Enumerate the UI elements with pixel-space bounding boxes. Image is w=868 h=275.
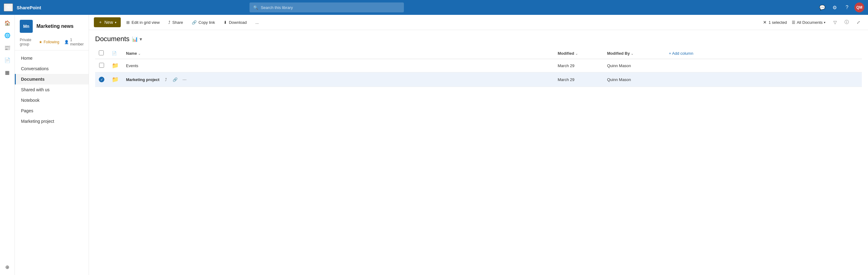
following-label[interactable]: ★ Following (39, 40, 59, 44)
rail-table-icon[interactable]: ▦ (2, 67, 13, 78)
name-sort-icon: ⌄ (138, 52, 141, 55)
file-name-wrapper: Events (126, 63, 550, 68)
checked-circle[interactable]: ✓ (99, 77, 104, 82)
app-layout: 🏠 🌐 📰 📄 ▦ ⊕ Mn Marketing news Private gr… (0, 15, 868, 275)
col-header-modified-by[interactable]: Modified By ⌄ (603, 48, 665, 59)
download-icon: ⬇ (223, 20, 227, 25)
search-input[interactable] (260, 5, 400, 10)
chat-button[interactable]: 💬 (817, 2, 827, 12)
link-icon: 🔗 (192, 20, 197, 25)
download-button[interactable]: ⬇ Download (220, 18, 250, 27)
toolbar: ＋ New ▾ ⊞ Edit in grid view ⤴ Share 🔗 Co… (89, 15, 868, 30)
site-header: Mn Marketing news (15, 15, 89, 36)
row-check-cell[interactable]: ✓ (95, 73, 108, 87)
row-name-cell[interactable]: Events (122, 59, 554, 73)
edit-grid-button[interactable]: ⊞ Edit in grid view (123, 18, 163, 27)
rail-news-icon[interactable]: 📰 (2, 42, 13, 53)
row-more-button[interactable]: ⋯ (180, 76, 188, 84)
folder-icon: 📁 (112, 76, 119, 83)
settings-button[interactable]: ⚙ (830, 2, 840, 12)
share-button[interactable]: ⤴ Share (165, 18, 186, 27)
toolbar-right: ✕ 1 selected ☰ All Documents ▾ ▽ ⓘ ⤢ (763, 18, 863, 27)
nav-item-shared[interactable]: Shared with us (15, 84, 89, 95)
add-column-button[interactable]: + Add column (669, 51, 693, 56)
site-title: Marketing news (36, 24, 73, 29)
row-copy-link-button[interactable]: 🔗 (171, 76, 179, 84)
new-chevron-icon: ▾ (115, 21, 116, 24)
table-row: 📁 Events March 29 Quinn Mason (95, 59, 862, 73)
table-header-row: 📄 Name ⌄ Modified ⌄ Modified By ⌄ (95, 48, 862, 59)
share-icon: ⤴ (168, 20, 170, 25)
nav-item-notebook[interactable]: Notebook (15, 95, 89, 106)
search-box[interactable]: 🔍 (249, 2, 404, 12)
private-group-label: Private group (20, 38, 34, 47)
file-type-icon: 📄 (112, 51, 117, 56)
row-modified-cell: March 29 (554, 73, 603, 87)
nav-item-pages[interactable]: Pages (15, 106, 89, 116)
waffle-button[interactable]: ⊞ (4, 3, 13, 11)
search-icon: 🔍 (253, 5, 258, 10)
select-all-header[interactable] (95, 48, 108, 59)
nav-item-marketing-project[interactable]: Marketing project (15, 116, 89, 127)
clear-selection-button[interactable]: ✕ (763, 20, 767, 25)
table-row: ✓ 📁 Marketing project ⤴ 🔗 ⋯ (95, 73, 862, 87)
rail-globe-icon[interactable]: 🌐 (2, 30, 13, 41)
site-meta: Private group ★ Following 👤 1 member (15, 36, 89, 50)
select-all-checkbox[interactable] (99, 50, 104, 55)
nav-item-home[interactable]: Home (15, 53, 89, 63)
col-header-icon: 📄 (108, 48, 122, 59)
row-actions: ⤴ 🔗 ⋯ (162, 76, 188, 84)
file-list: 📄 Name ⌄ Modified ⌄ Modified By ⌄ (95, 48, 862, 87)
row-modified-cell: March 29 (554, 59, 603, 73)
rail-home-icon[interactable]: 🏠 (2, 17, 13, 28)
main-content: ＋ New ▾ ⊞ Edit in grid view ⤴ Share 🔗 Co… (89, 15, 868, 275)
col-header-add[interactable]: + Add column (665, 48, 862, 59)
col-header-name[interactable]: Name ⌄ (122, 48, 554, 59)
grid-icon: ⊞ (126, 20, 130, 25)
folder-icon: 📁 (112, 62, 119, 69)
file-name-wrapper: Marketing project ⤴ 🔗 ⋯ (126, 76, 550, 84)
row-extra-cell (665, 59, 862, 73)
plus-icon: ＋ (98, 20, 102, 25)
sidebar: Mn Marketing news Private group ★ Follow… (15, 15, 89, 275)
filter-button[interactable]: ▽ (830, 18, 840, 27)
brand-label: SharePoint (17, 5, 41, 10)
rail-add-icon[interactable]: ⊕ (2, 262, 13, 273)
modified-by-sort-icon: ⌄ (631, 52, 633, 55)
documents-title: Documents (95, 35, 129, 43)
nav-item-conversations[interactable]: Conversations (15, 63, 89, 74)
row-share-button[interactable]: ⤴ (162, 76, 170, 84)
file-name-label[interactable]: Marketing project (126, 77, 159, 82)
expand-button[interactable]: ⤢ (854, 18, 863, 27)
row-modified-by-cell: Quinn Mason (603, 59, 665, 73)
site-logo: Mn (20, 20, 33, 33)
view-lines-icon: ☰ (792, 20, 796, 25)
row-name-cell[interactable]: Marketing project ⤴ 🔗 ⋯ (122, 73, 554, 87)
topnav: ⊞ SharePoint 🔍 💬 ⚙ ? QM (0, 0, 868, 15)
icon-rail: 🏠 🌐 📰 📄 ▦ ⊕ (0, 15, 15, 275)
view-selector[interactable]: ☰ All Documents ▾ (789, 19, 828, 26)
row-check-cell[interactable] (95, 59, 108, 73)
nav-item-documents[interactable]: Documents (15, 74, 89, 84)
copy-link-button[interactable]: 🔗 Copy link (189, 18, 218, 27)
info-button[interactable]: ⓘ (842, 18, 851, 27)
selected-count-label: 1 selected (769, 20, 787, 25)
topnav-actions: 💬 ⚙ ? QM (817, 2, 864, 12)
members-label: 👤 1 member (64, 38, 84, 47)
row-modified-by-cell: Quinn Mason (603, 73, 665, 87)
more-button[interactable]: ... (252, 18, 262, 27)
col-header-modified[interactable]: Modified ⌄ (554, 48, 603, 59)
view-label: All Documents (797, 20, 823, 25)
avatar[interactable]: QM (855, 2, 864, 12)
row-extra-cell (665, 73, 862, 87)
row-icon-cell: 📁 (108, 73, 122, 87)
documents-view-icon[interactable]: 📊 ▾ (132, 36, 142, 42)
view-chevron-icon: ▾ (824, 21, 826, 24)
help-button[interactable]: ? (842, 2, 852, 12)
row-checkbox[interactable] (99, 63, 104, 68)
new-button[interactable]: ＋ New ▾ (94, 17, 121, 27)
modified-sort-icon: ⌄ (575, 52, 578, 55)
file-name-label[interactable]: Events (126, 63, 138, 68)
rail-page-icon[interactable]: 📄 (2, 54, 13, 65)
documents-header: Documents 📊 ▾ (95, 35, 862, 43)
